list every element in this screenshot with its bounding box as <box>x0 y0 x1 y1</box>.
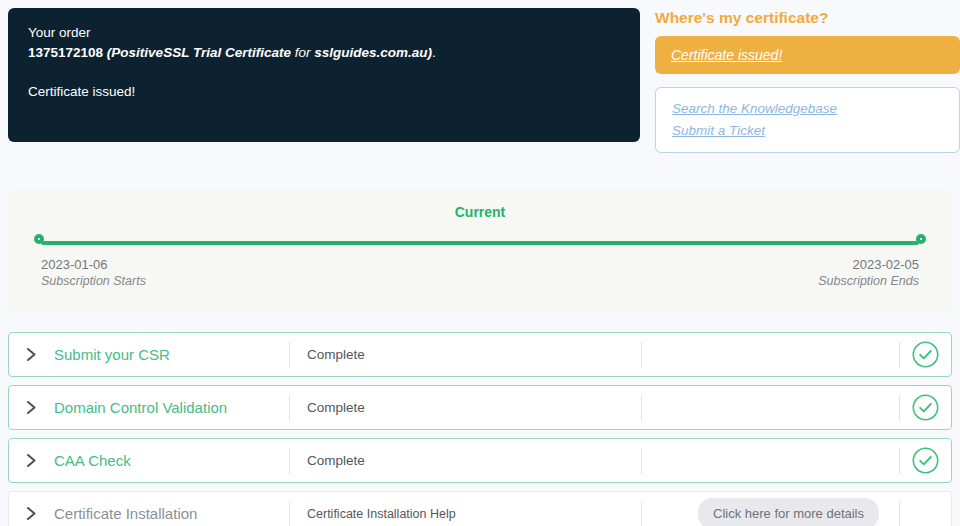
step-check-cell <box>900 447 951 474</box>
start-date-label: Subscription Starts <box>41 273 146 290</box>
timeline-start-block: 2023-01-06 Subscription Starts <box>41 256 146 290</box>
timeline-current-label: Current <box>8 189 952 220</box>
period: . <box>432 45 436 60</box>
step-title-cell: Domain Control Validation <box>9 399 289 416</box>
divider <box>899 501 900 526</box>
order-steps-list: Submit your CSR Complete Domain Control … <box>8 332 952 526</box>
step-status: Complete <box>290 400 641 415</box>
step-title-cell: Certificate Installation <box>9 505 289 522</box>
step-status: Complete <box>290 347 641 362</box>
chevron-right-icon[interactable] <box>26 506 37 521</box>
order-summary-box: Your order 1375172108 (PositiveSSL Trial… <box>8 8 640 142</box>
step-title: Domain Control Validation <box>54 399 227 416</box>
divider <box>641 395 642 421</box>
step-row-caa-check[interactable]: CAA Check Complete <box>8 438 952 483</box>
step-action-cell: Click here for more details <box>642 498 899 526</box>
subscription-timeline: Current 2023-01-06 Subscription Starts 2… <box>8 189 952 311</box>
step-title-cell: CAA Check <box>9 452 289 469</box>
certificate-name: (PositiveSSL Trial Certificate <box>107 45 291 60</box>
step-row-submit-csr[interactable]: Submit your CSR Complete <box>8 332 952 377</box>
timeline-end-dot <box>916 234 926 244</box>
end-date: 2023-02-05 <box>818 256 919 273</box>
step-title-cell: Submit your CSR <box>9 346 289 363</box>
connector-word: for <box>295 45 311 60</box>
timeline-start-dot <box>34 234 44 244</box>
step-title: CAA Check <box>54 452 131 469</box>
timeline-end-block: 2023-02-05 Subscription Ends <box>818 256 919 290</box>
step-check-cell <box>900 394 951 421</box>
end-date-label: Subscription Ends <box>818 273 919 290</box>
chevron-right-icon[interactable] <box>26 400 37 415</box>
search-knowledgebase-link[interactable]: Search the Knowledgebase <box>672 101 837 116</box>
divider <box>641 342 642 368</box>
timeline-track <box>41 241 919 245</box>
step-status: Certificate Installation Help <box>290 507 641 521</box>
certificate-issued-button[interactable]: Certificate issued! <box>655 36 960 74</box>
top-section: Your order 1375172108 (PositiveSSL Trial… <box>0 0 960 153</box>
step-title: Submit your CSR <box>54 346 170 363</box>
divider <box>641 448 642 474</box>
start-date: 2023-01-06 <box>41 256 146 273</box>
step-row-certificate-installation[interactable]: Certificate Installation Certificate Ins… <box>8 491 952 526</box>
step-row-domain-control-validation[interactable]: Domain Control Validation Complete <box>8 385 952 430</box>
help-panel-heading: Where's my certificate? <box>655 9 960 27</box>
order-domain: sslguides.com.au) <box>314 45 432 60</box>
more-details-button[interactable]: Click here for more details <box>698 498 879 526</box>
step-check-cell <box>900 341 951 368</box>
step-title: Certificate Installation <box>54 505 197 522</box>
certificate-help-panel: Where's my certificate? Certificate issu… <box>655 8 960 153</box>
order-status-text: Certificate issued! <box>28 83 620 101</box>
order-label: Your order <box>28 24 620 42</box>
help-links-box: Search the Knowledgebase Submit a Ticket <box>655 87 960 153</box>
check-circle-icon <box>912 341 939 368</box>
order-description: 1375172108 (PositiveSSL Trial Certificat… <box>28 44 620 62</box>
step-status: Complete <box>290 453 641 468</box>
chevron-right-icon[interactable] <box>26 347 37 362</box>
chevron-right-icon[interactable] <box>26 453 37 468</box>
order-number: 1375172108 <box>28 45 103 60</box>
check-circle-icon <box>912 447 939 474</box>
check-circle-icon <box>912 394 939 421</box>
submit-ticket-link[interactable]: Submit a Ticket <box>672 123 765 138</box>
